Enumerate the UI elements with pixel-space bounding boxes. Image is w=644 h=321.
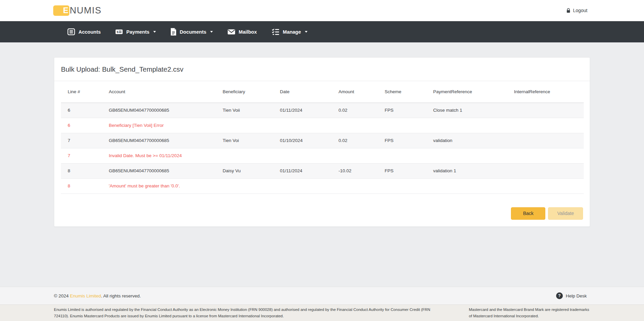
top-header: E NUMIS Logout [0, 0, 644, 21]
col-header-beneficiary: Beneficiary [216, 81, 273, 103]
nav-item-documents[interactable]: Documents [165, 24, 218, 39]
nav-label: Mailbox [239, 29, 257, 35]
main-navigation: Accounts $ Payments Documents [0, 21, 644, 42]
col-header-date: Date [273, 81, 332, 103]
svg-text:$: $ [117, 30, 119, 34]
nav-item-accounts[interactable]: Accounts [62, 24, 105, 39]
card-body: Line # Account Beneficiary Date Amount S… [54, 81, 590, 226]
chevron-down-icon [210, 31, 213, 33]
help-desk-button[interactable]: ? Help Desk [556, 292, 590, 299]
table-header-row: Line # Account Beneficiary Date Amount S… [61, 81, 584, 103]
legal-bar: Enumis Limited is authorised and regulat… [0, 305, 644, 321]
cell-line: 7 [61, 133, 102, 148]
nav-label: Payments [126, 29, 150, 35]
table-row: 8 GB65ENUM04047700000685 Daisy Vu 01/11/… [61, 163, 584, 178]
lock-icon [566, 8, 571, 13]
cell-scheme: FPS [378, 163, 426, 178]
main-content: Bulk Upload: Bulk_Send_Template2.csv Lin… [0, 42, 644, 287]
col-header-payment-reference: PaymentReference [426, 81, 507, 103]
cell-line: 6 [61, 103, 102, 118]
question-mark-icon: ? [556, 292, 563, 299]
chevron-down-icon [305, 31, 308, 33]
cell-line: 7 [61, 148, 102, 163]
cell-date: 01/10/2024 [273, 133, 332, 148]
enumis-logo[interactable]: E NUMIS [53, 5, 102, 16]
cell-line: 8 [61, 178, 102, 193]
logo-text: NUMIS [70, 5, 102, 16]
bulk-upload-card: Bulk Upload: Bulk_Send_Template2.csv Lin… [54, 57, 590, 227]
table-error-row: 8 'Amount' must be greater than '0.0'. [61, 178, 584, 193]
list-icon [67, 28, 75, 36]
nav-item-mailbox[interactable]: Mailbox [222, 24, 262, 39]
legal-text-left: Enumis Limited is authorised and regulat… [54, 307, 443, 319]
col-header-internal-reference: InternalReference [507, 81, 584, 103]
cell-line: 8 [61, 163, 102, 178]
cell-beneficiary: Daisy Vu [216, 163, 273, 178]
cell-error-message: Invalid Date. Must be >= 01/11/2024 [102, 148, 584, 163]
nav-item-manage[interactable]: Manage [266, 24, 312, 39]
cell-scheme: FPS [378, 133, 426, 148]
table-row: 6 GB65ENUM04047700000685 Tien Voii 01/11… [61, 103, 584, 118]
copyright-suffix: . All rights reserved. [101, 293, 141, 298]
help-desk-label: Help Desk [566, 293, 587, 298]
col-header-account: Account [102, 81, 216, 103]
cell-amount: -10.02 [332, 163, 378, 178]
col-header-line: Line # [61, 81, 102, 103]
bulk-upload-table: Line # Account Beneficiary Date Amount S… [61, 81, 584, 194]
cell-error-message: Beneficiary [Tien Voii] Error [102, 118, 584, 133]
payments-icon: $ [115, 28, 123, 36]
page-title: Bulk Upload: Bulk_Send_Template2.csv [61, 65, 583, 73]
nav-label: Accounts [78, 29, 101, 35]
nav-item-payments[interactable]: $ Payments [110, 24, 161, 39]
cell-beneficiary: Tien Voii [216, 103, 273, 118]
cell-internal-reference [507, 133, 584, 148]
document-icon [170, 28, 177, 36]
cell-internal-reference [507, 103, 584, 118]
cell-account: GB65ENUM04047700000685 [102, 133, 216, 148]
col-header-scheme: Scheme [378, 81, 426, 103]
cell-payment-reference: validation [426, 133, 507, 148]
card-header: Bulk Upload: Bulk_Send_Template2.csv [54, 58, 590, 81]
col-header-amount: Amount [332, 81, 378, 103]
logo-letter: E [63, 6, 68, 15]
cell-scheme: FPS [378, 103, 426, 118]
legal-text-right: Mastercard and the Mastercard Brand Mark… [469, 307, 590, 319]
chevron-down-icon [153, 31, 156, 33]
cell-error-message: 'Amount' must be greater than '0.0'. [102, 178, 584, 193]
back-button[interactable]: Back [511, 207, 545, 220]
nav-label: Documents [180, 29, 206, 35]
cell-date: 01/11/2024 [273, 163, 332, 178]
cell-amount: 0.02 [332, 133, 378, 148]
action-buttons: Back Validate [61, 207, 583, 220]
logout-button[interactable]: Logout [566, 8, 587, 13]
validate-button[interactable]: Validate [548, 207, 583, 220]
logo-box: E [53, 5, 69, 16]
copyright-prefix: © 2024 [54, 293, 70, 298]
table-error-row: 7 Invalid Date. Must be >= 01/11/2024 [61, 148, 584, 163]
nav-label: Manage [283, 29, 301, 35]
cell-account: GB65ENUM04047700000685 [102, 103, 216, 118]
enumis-limited-link[interactable]: Enumis Limited [70, 293, 101, 298]
cell-date: 01/11/2024 [273, 103, 332, 118]
cell-payment-reference: Close match 1 [426, 103, 507, 118]
mail-icon [227, 28, 236, 36]
footer: © 2024 Enumis Limited. All rights reserv… [0, 287, 644, 305]
cell-beneficiary: Tien Voi [216, 133, 273, 148]
cell-line: 6 [61, 118, 102, 133]
cell-amount: 0.02 [332, 103, 378, 118]
cell-payment-reference: validation 1 [426, 163, 507, 178]
table-row: 7 GB65ENUM04047700000685 Tien Voi 01/10/… [61, 133, 584, 148]
table-error-row: 6 Beneficiary [Tien Voii] Error [61, 118, 584, 133]
logout-label: Logout [573, 8, 587, 13]
cell-internal-reference [507, 163, 584, 178]
cell-account: GB65ENUM04047700000685 [102, 163, 216, 178]
copyright: © 2024 Enumis Limited. All rights reserv… [54, 293, 141, 298]
checklist-icon [271, 28, 280, 36]
